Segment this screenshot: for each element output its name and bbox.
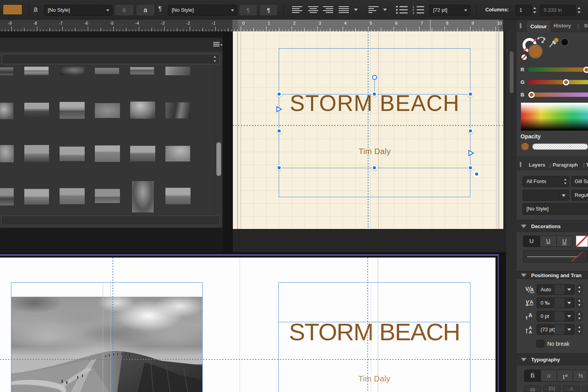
svg-text:A: A [530,299,534,305]
svg-text:A: A [529,330,532,334]
svg-text:3: 3 [412,11,414,14]
svg-text:A: A [528,312,532,318]
